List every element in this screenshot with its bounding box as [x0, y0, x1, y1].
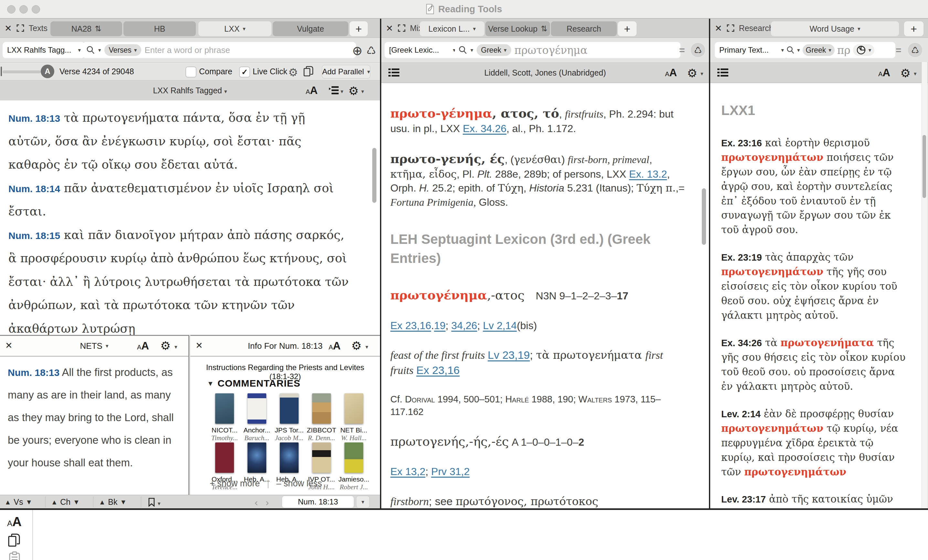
- duplicate-pane-icon[interactable]: [303, 66, 314, 77]
- search-icon[interactable]: [786, 46, 795, 54]
- add-search-icon[interactable]: ⊕: [352, 44, 363, 58]
- gear-icon[interactable]: ⚙: [288, 66, 298, 79]
- gear-icon[interactable]: ⚙: [687, 67, 697, 80]
- search-language-pill[interactable]: Greek ▾: [803, 44, 835, 56]
- book-cover[interactable]: [280, 443, 299, 473]
- book-cover[interactable]: [215, 443, 234, 473]
- clipboard-icon[interactable]: [9, 551, 20, 560]
- duplicate-pane-icon[interactable]: [8, 533, 21, 548]
- chapter-up-button[interactable]: ▲: [52, 499, 56, 505]
- bookmark-icon[interactable]: [148, 498, 155, 507]
- expand-pane-icon[interactable]: [398, 24, 406, 32]
- book-cover[interactable]: [215, 393, 234, 424]
- tab-hb[interactable]: HB: [124, 21, 196, 36]
- gear-icon[interactable]: ⚙: [900, 67, 911, 80]
- book-item[interactable]: Heb. A...: [238, 443, 276, 483]
- tab-verse-lookup[interactable]: Verse Lookup ⇅: [485, 21, 550, 36]
- expand-pane-icon[interactable]: [727, 24, 734, 32]
- book-item[interactable]: Anchor...Baruch...: [238, 393, 276, 442]
- history-forward-icon[interactable]: ›: [266, 497, 269, 508]
- verse-ref[interactable]: Num. 18:13: [8, 367, 60, 378]
- show-less-link[interactable]: – show less: [276, 479, 322, 488]
- expand-pane-icon[interactable]: [17, 24, 24, 32]
- live-click-checkbox[interactable]: ✓: [239, 67, 250, 78]
- text-module-dropdown[interactable]: LXX Rahlfs Tagg... ▾: [3, 42, 85, 58]
- usage-scrollbar-thumb[interactable]: [922, 135, 926, 198]
- book-down-button[interactable]: ▼: [122, 499, 125, 505]
- verse-ref[interactable]: Lev. 23:17: [721, 494, 766, 504]
- text-size-button[interactable]: AA: [7, 514, 21, 529]
- research-scope-dropdown[interactable]: Primary Text... ▾: [715, 42, 788, 58]
- text-size-button[interactable]: AA: [878, 67, 890, 79]
- lexicon-search-input[interactable]: ▾ Greek ▾ πρωτογένημα: [455, 42, 681, 58]
- lxx-scrollbar-thumb[interactable]: [372, 148, 376, 203]
- verse-ref[interactable]: Ex. 34:26: [721, 338, 762, 348]
- commentaries-group[interactable]: ▼ COMMENTARIES: [208, 378, 301, 389]
- refresh-button[interactable]: ♺: [691, 43, 705, 57]
- text-size-button[interactable]: AA: [665, 67, 677, 79]
- pane-title[interactable]: LXX Rahlfs Tagged ▾: [0, 86, 380, 95]
- book-cover[interactable]: [345, 443, 363, 473]
- nets-text-area[interactable]: Num. 18:13 All the first products, as ma…: [8, 361, 183, 474]
- lxx-text-area[interactable]: Num. 18:13 τὰ πρωτογενήματα πάντα, ὅσα ἐ…: [0, 100, 380, 335]
- tab-word-usage[interactable]: Word Usage ▾: [771, 21, 899, 36]
- show-more-link[interactable]: + show more: [210, 479, 260, 488]
- chevron-down-icon[interactable]: ▾: [470, 47, 473, 53]
- search-icon[interactable]: [458, 46, 467, 55]
- gear-icon[interactable]: ⚙: [160, 339, 171, 352]
- verse-ref[interactable]: Lev. 2:14: [721, 409, 761, 419]
- compare-checkbox[interactable]: [185, 67, 197, 78]
- lexicon-module-dropdown[interactable]: [Greek Lexic... ▾: [385, 42, 459, 58]
- slider-thumb-pane-a[interactable]: A: [41, 65, 54, 78]
- verse-down-button[interactable]: ▼: [27, 499, 31, 505]
- verse-ref[interactable]: Ex. 23:16: [721, 138, 762, 148]
- refresh-icon[interactable]: ♺: [366, 44, 376, 57]
- amplify-icon[interactable]: =: [679, 45, 684, 56]
- text-size-button[interactable]: AA: [306, 84, 317, 97]
- add-parallel-button[interactable]: Add Parallel ▾: [322, 65, 370, 79]
- book-cover[interactable]: [345, 393, 363, 424]
- collapse-triangle-icon[interactable]: ▼: [208, 380, 212, 387]
- lexicon-scrollbar-thumb[interactable]: [702, 188, 706, 245]
- history-back-icon[interactable]: ‹: [255, 497, 258, 508]
- search-icon[interactable]: [86, 46, 95, 55]
- book-cover[interactable]: [247, 443, 266, 473]
- verse-slider[interactable]: [3, 70, 41, 73]
- chevron-down-icon[interactable]: ▾: [98, 47, 101, 53]
- close-pane-icon[interactable]: ✕: [715, 23, 722, 33]
- book-item[interactable]: NET Bi...W. Hall...: [335, 393, 372, 442]
- amplify-icon[interactable]: =: [896, 45, 901, 56]
- book-up-button[interactable]: ▲: [100, 499, 104, 505]
- table-of-contents-icon[interactable]: [717, 68, 728, 78]
- tab-na28[interactable]: NA28 ⇅: [50, 21, 122, 36]
- add-tab-button[interactable]: +: [618, 21, 636, 36]
- text-size-button[interactable]: AA: [137, 340, 149, 352]
- close-pane-icon[interactable]: ✕: [386, 23, 393, 33]
- gear-icon[interactable]: ⚙: [351, 339, 362, 352]
- verse-up-button[interactable]: ▲: [6, 499, 10, 505]
- verse-field-dropdown-button[interactable]: ▾: [356, 496, 369, 508]
- book-item[interactable]: Jamieso...Robert J...: [335, 443, 372, 491]
- add-tab-button[interactable]: +: [904, 21, 923, 36]
- chevron-down-icon[interactable]: ▾: [797, 47, 800, 53]
- verse-ref[interactable]: Ex. 23:19: [721, 252, 762, 263]
- verse-ref[interactable]: Num. 18:14: [8, 183, 60, 194]
- tab-lexicon[interactable]: Lexicon L... ▾: [420, 21, 484, 36]
- book-cover[interactable]: [312, 393, 331, 424]
- book-item[interactable]: Heb. A...: [270, 443, 308, 483]
- verse-reference-field[interactable]: Num. 18:13: [282, 496, 354, 508]
- search-scope-pill[interactable]: Verses ▾: [104, 44, 142, 56]
- verse-ref[interactable]: Num. 18:15: [8, 230, 60, 241]
- book-cover[interactable]: [312, 443, 331, 473]
- tab-vulgate[interactable]: Vulgate: [273, 21, 348, 36]
- close-pane-icon[interactable]: ✕: [5, 23, 12, 33]
- book-item[interactable]: JPS Tor...Jacob M...: [270, 393, 308, 442]
- chapter-down-button[interactable]: ▼: [74, 499, 78, 505]
- book-item[interactable]: ZIBBCOTR. Denn...: [303, 393, 340, 442]
- verse-ref[interactable]: Num. 18:13: [8, 113, 60, 124]
- research-search-input[interactable]: ▾ Greek ▾ πρ ▾: [784, 42, 895, 58]
- refresh-button[interactable]: ♺: [908, 43, 922, 57]
- word-usage-results[interactable]: LXX1 Ex. 23:16 καὶ ἑορτὴν θερισμοῦ πρωτο…: [710, 83, 922, 508]
- book-item[interactable]: NICOT...Timothy...: [206, 393, 243, 442]
- lexicon-article-area[interactable]: πρωτο-γένημα, ατος, τό, firstfruits, Ph.…: [381, 83, 709, 508]
